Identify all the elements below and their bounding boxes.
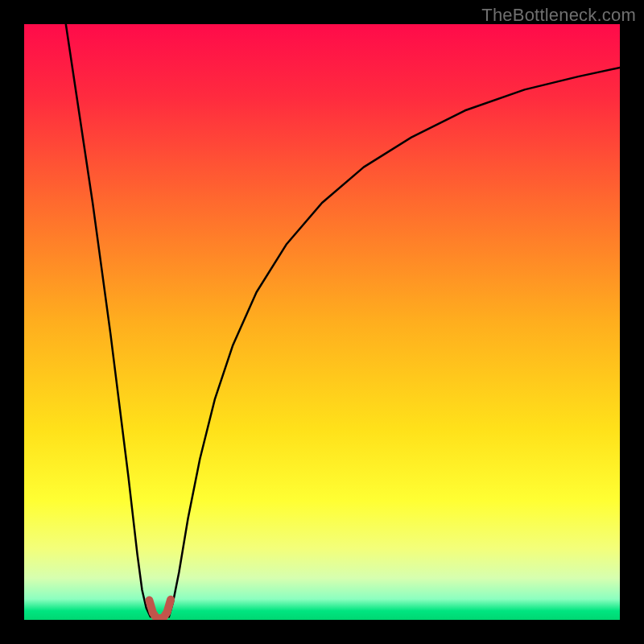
gradient-bg — [24, 24, 620, 620]
chart-frame — [24, 24, 620, 620]
watermark-label: TheBottleneck.com — [481, 5, 636, 26]
bottleneck-chart — [24, 24, 620, 620]
